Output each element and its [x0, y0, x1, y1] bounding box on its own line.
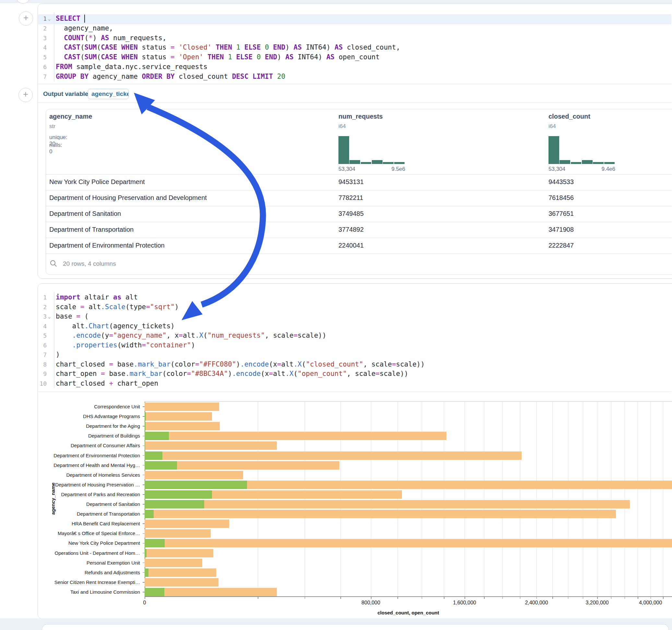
- code-token-op: =: [392, 360, 396, 368]
- bar-closed: [145, 519, 229, 528]
- page-top-strip: [0, 0, 672, 3]
- code-token-pl: ): [93, 34, 101, 42]
- x-tick-label: 0: [119, 600, 170, 606]
- code-line[interactable]: SELECT: [56, 15, 85, 22]
- bar-closed: [145, 452, 522, 460]
- gridline: [536, 402, 537, 596]
- code-token-pl: [212, 43, 216, 51]
- code-line[interactable]: FROM sample_data.nyc.service_requests: [56, 63, 208, 71]
- code-token-fn: .encode: [72, 332, 101, 339]
- fold-chevron-icon[interactable]: ⌄: [48, 314, 51, 319]
- code-token-pl: alt: [85, 303, 101, 311]
- code-token-num: 0: [265, 43, 269, 51]
- active-line-highlight: [38, 14, 671, 24]
- histogram-min-label: 53,304: [549, 166, 565, 172]
- code-line[interactable]: chart_closed = base.mark_bar(color="#FFC…: [56, 360, 425, 368]
- table-cell: Department of Transportation: [49, 226, 134, 233]
- code-token-op: =: [376, 370, 380, 378]
- code-token-fn: .properties: [72, 341, 117, 349]
- code-token-pl: ): [56, 350, 60, 358]
- gutter-separator: [54, 12, 54, 82]
- column-header[interactable]: closed_count: [549, 113, 590, 120]
- code-token-num: 0: [257, 53, 261, 61]
- code-token-pl: alt: [273, 370, 285, 378]
- code-token-pl: alt: [281, 360, 293, 368]
- fold-chevron-icon[interactable]: ⌄: [48, 16, 51, 21]
- table-cell: Department of Sanitation: [49, 210, 121, 217]
- histogram-bar: [582, 160, 593, 164]
- line-number: 2: [32, 25, 47, 32]
- code-token-pl: status: [138, 43, 170, 51]
- histogram-bar: [593, 162, 604, 164]
- bar-open: [145, 452, 162, 460]
- histogram-bar: [338, 136, 349, 164]
- y-tick-label: Department of Buildings: [33, 433, 140, 438]
- code-line[interactable]: CAST(SUM(CASE WHEN status = 'Closed' THE…: [56, 43, 400, 51]
- code-token-pl: ): [285, 43, 293, 51]
- bar-open: [145, 481, 247, 489]
- code-token-pl: agency_name: [89, 73, 142, 80]
- gridline: [597, 402, 597, 596]
- table-cell: 9453131: [338, 178, 364, 186]
- line-number: 4: [32, 44, 47, 51]
- code-line[interactable]: agency_name,: [56, 24, 113, 32]
- code-token-kw: ELSE: [236, 53, 253, 61]
- code-line[interactable]: CAST(SUM(CASE WHEN status = 'Open' THEN …: [56, 53, 380, 61]
- bar-closed: [145, 578, 218, 587]
- code-line[interactable]: alt.Chart(agency_tickets): [56, 322, 175, 330]
- code-line[interactable]: chart_closed + chart_open: [56, 380, 158, 387]
- add-cell-button-1[interactable]: +: [19, 11, 33, 26]
- y-tick-label: Department of Health and Mental Hyg…: [33, 462, 140, 468]
- code-line[interactable]: chart_open = base.mark_bar(color="#8BC34…: [56, 370, 408, 378]
- column-header[interactable]: agency_name: [49, 113, 92, 120]
- code-token-pl: [232, 43, 236, 51]
- code-line[interactable]: base = (: [56, 312, 89, 320]
- code-token-fn: .mark_bar: [125, 370, 162, 378]
- gridline: [464, 402, 465, 596]
- code-token-op: =: [142, 341, 146, 349]
- y-tick-label: Mayorâ€ s Office of Special Enforce…: [33, 531, 140, 536]
- code-token-kw: CAST: [64, 53, 80, 61]
- gutter-separator: [54, 292, 54, 388]
- search-icon[interactable]: [49, 259, 58, 268]
- code-token-pl: (: [80, 312, 89, 320]
- code-line[interactable]: .encode(y="agency_name", x=alt.X("num_re…: [56, 332, 327, 339]
- code-line[interactable]: .properties(width="container"): [56, 341, 195, 349]
- code-token-pl: [269, 43, 273, 51]
- histogram-max-label: 9.5e6: [376, 166, 405, 172]
- y-tick-label: Department of Environmental Protection: [33, 453, 140, 458]
- gridline: [422, 402, 422, 596]
- code-token-pl: base: [56, 312, 76, 320]
- y-tick-label: Department of Homeless Services: [33, 472, 140, 478]
- output-variable-pill[interactable]: agency_tickets: [88, 89, 129, 99]
- code-token-str: "container": [146, 341, 191, 349]
- code-token-pl: (x: [269, 360, 277, 368]
- add-cell-button-2[interactable]: +: [19, 88, 33, 102]
- bar-open: [145, 422, 146, 430]
- code-token-kw: WHEN: [121, 43, 138, 51]
- code-token-op: =: [146, 303, 150, 311]
- table-cell: 3749485: [338, 210, 364, 217]
- bar-open: [145, 412, 146, 421]
- plot-top-border: [145, 401, 672, 402]
- code-token-kw: AS: [285, 53, 293, 61]
- code-line[interactable]: ): [56, 350, 60, 358]
- code-token-kw: FROM: [56, 63, 72, 71]
- bar-closed: [145, 441, 277, 450]
- y-tick-label: HRA Benefit Card Replacement: [33, 521, 140, 526]
- column-header[interactable]: num_requests: [338, 113, 383, 120]
- code-token-str: "num_requests": [208, 332, 265, 339]
- code-line[interactable]: GROUP BY agency_name ORDER BY closed_cou…: [56, 73, 285, 80]
- code-token-pl: (: [97, 43, 101, 51]
- code-line[interactable]: scale = alt.Scale(type="sqrt"): [56, 303, 178, 311]
- histogram-bar: [350, 160, 360, 164]
- line-number: 3: [32, 35, 47, 42]
- code-line[interactable]: import altair as alt: [56, 293, 138, 301]
- column-type: str: [49, 123, 55, 130]
- line-number: 2: [32, 304, 47, 311]
- code-token-pl: (color: [162, 370, 187, 378]
- code-line[interactable]: COUNT(*) AS num_requests,: [56, 34, 166, 42]
- code-token-pl: , x: [166, 332, 178, 339]
- code-token-kw: END: [265, 53, 277, 61]
- code-token-pl: open_count: [335, 53, 380, 61]
